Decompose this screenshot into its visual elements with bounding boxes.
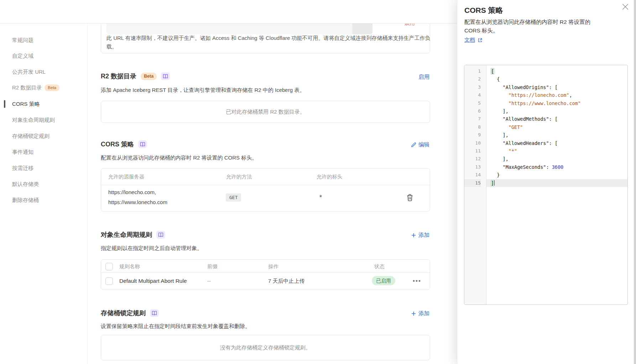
code-line: "https://www.lonecho.com" bbox=[486, 99, 627, 107]
cors-description: 配置在从浏览器访问此存储桶的内容时 R2 将设置的 CORS 标头。 bbox=[101, 155, 257, 161]
docs-book-icon[interactable] bbox=[156, 231, 165, 239]
lifecycle-title-text: 对象生命周期规则 bbox=[101, 230, 152, 239]
code-line: "MaxAgeSeconds": 3600 bbox=[486, 163, 627, 171]
text-cursor bbox=[494, 180, 495, 186]
add-bucket-lock-rule-link[interactable]: 添加 bbox=[411, 310, 429, 317]
line-number: 14 bbox=[475, 171, 481, 179]
code-line: ], bbox=[486, 131, 627, 139]
panel-description: 配置在从浏览器访问此存储桶的内容时 R2 将设置的 CORS 标头。 bbox=[464, 18, 595, 35]
lifecycle-col-status: 状态 bbox=[374, 263, 385, 270]
line-number: 6 bbox=[478, 107, 481, 115]
enable-data-catalog-link[interactable]: 启用 bbox=[418, 73, 429, 81]
sidebar-item-9[interactable]: 按需迁移 bbox=[12, 164, 33, 172]
allowed-origin: https://lonecho.com, bbox=[108, 189, 156, 195]
sidebar-item-label: 按需迁移 bbox=[12, 164, 33, 172]
line-number: 13 bbox=[475, 163, 481, 171]
line-number: 8 bbox=[478, 123, 481, 131]
add-lifecycle-rule-link[interactable]: 添加 bbox=[411, 232, 429, 239]
sidebar-item-8[interactable]: 事件通知 bbox=[12, 148, 33, 156]
bucket-lock-section-title: 存储桶锁定规则 bbox=[101, 309, 159, 317]
lifecycle-table-card: 规则名称 前缀 操作 状态 Default Multipart Abort Ru… bbox=[101, 259, 430, 290]
cors-col-methods: 允许的方法 bbox=[226, 173, 252, 180]
docs-book-icon[interactable] bbox=[138, 140, 147, 148]
line-number: 9 bbox=[478, 131, 481, 139]
lifecycle-section-title: 对象生命周期规则 bbox=[101, 230, 165, 239]
sidebar-divider bbox=[87, 24, 88, 364]
pencil-icon bbox=[411, 142, 416, 147]
lifecycle-description: 指定规则以在指定时间之后自动管理对象。 bbox=[101, 245, 202, 252]
cors-json-editor[interactable]: 123456789101112131415 [ { "AllowedOrigin… bbox=[464, 65, 628, 305]
edit-label: 编辑 bbox=[418, 141, 429, 149]
lifecycle-col-name: 规则名称 bbox=[119, 263, 140, 270]
edit-cors-link[interactable]: 编辑 bbox=[411, 141, 429, 149]
trash-icon bbox=[406, 194, 413, 202]
sidebar-item-3[interactable]: 公共开发 URL bbox=[12, 68, 46, 76]
line-number: 7 bbox=[478, 115, 481, 123]
bucket-lock-empty-text: 没有为此存储桶定义存储桶锁定规则。 bbox=[101, 344, 430, 351]
sidebar-item-label: 默认存储类 bbox=[12, 180, 39, 188]
code-line: "AllowedMethods": [ bbox=[486, 115, 627, 123]
lifecycle-col-operation: 操作 bbox=[268, 263, 278, 270]
panel-doc-link[interactable]: 文档 bbox=[464, 37, 483, 43]
sidebar-item-2[interactable]: 自定义域 bbox=[12, 52, 33, 60]
sidebar-item-10[interactable]: 默认存储类 bbox=[12, 180, 39, 188]
sidebar-item-label: 公共开发 URL bbox=[12, 68, 46, 76]
data-catalog-empty-text: 已对此存储桶禁用 R2 数据目录。 bbox=[101, 109, 430, 115]
allowed-method-chip: GET bbox=[226, 193, 241, 202]
enable-label: 启用 bbox=[418, 73, 429, 81]
bucket-lock-empty-card: 没有为此存储桶定义存储桶锁定规则。 bbox=[101, 335, 430, 360]
code-line: ], bbox=[486, 107, 627, 115]
doc-link-label: 文档 bbox=[464, 37, 475, 43]
sidebar-item-5[interactable]: CORS 策略 bbox=[12, 100, 40, 108]
code-line: } bbox=[486, 171, 627, 179]
docs-book-icon[interactable] bbox=[161, 72, 170, 80]
sidebar-item-label: 对象生命周期规则 bbox=[12, 116, 55, 124]
sidebar-item-11[interactable]: 删除存储桶 bbox=[12, 196, 39, 204]
code-line: "AllowedHeaders": [ bbox=[486, 139, 627, 147]
panel-scrollbar[interactable] bbox=[634, 0, 636, 364]
line-number: 4 bbox=[478, 91, 481, 99]
cors-title-text: CORS 策略 bbox=[101, 140, 134, 149]
rule-status-badge: 已启用 bbox=[372, 276, 395, 285]
sidebar-item-6[interactable]: 对象生命周期规则 bbox=[12, 116, 55, 124]
sidebar-item-7[interactable]: 存储桶锁定规则 bbox=[12, 132, 49, 140]
lifecycle-col-prefix: 前缀 bbox=[207, 263, 218, 270]
sidebar-item-1[interactable]: 常规问题 bbox=[12, 36, 33, 44]
rule-operation: 7 天后中止上传 bbox=[268, 278, 305, 285]
line-number: 10 bbox=[475, 139, 481, 147]
editor-gutter: 123456789101112131415 bbox=[464, 65, 486, 305]
cors-col-headers: 允许的标头 bbox=[317, 173, 343, 180]
cors-policy-panel: CORS 策略 配置在从浏览器访问此存储桶的内容时 R2 将设置的 CORS 标… bbox=[457, 0, 636, 364]
bucket-lock-description: 设置保留策略来阻止在指定时间段结束前发生对象覆盖和删除。 bbox=[101, 323, 250, 330]
docs-book-icon[interactable] bbox=[150, 309, 159, 317]
code-line: ] bbox=[486, 179, 627, 187]
allowed-header-value: * bbox=[319, 194, 322, 201]
line-number: 15 bbox=[464, 179, 481, 187]
sidebar-item-label: 存储桶锁定规则 bbox=[12, 132, 49, 140]
line-number: 12 bbox=[475, 155, 481, 163]
data-catalog-title: R2 数据目录 Beta bbox=[101, 72, 170, 80]
sidebar-item-label: R2 数据目录 bbox=[12, 84, 42, 92]
line-number: 2 bbox=[478, 75, 481, 83]
line-number: 3 bbox=[478, 83, 481, 91]
code-line: { bbox=[486, 75, 627, 83]
sidebar-item-label: 自定义域 bbox=[12, 52, 33, 60]
bucket-lock-title-text: 存储桶锁定规则 bbox=[101, 309, 146, 317]
sidebar-item-label: CORS 策略 bbox=[12, 100, 40, 108]
data-catalog-empty-card: 已对此存储桶禁用 R2 数据目录。 bbox=[101, 101, 430, 123]
dev-url-note: 此 URL 有速率限制，不建议用于生产。诸如 Access 和 Caching … bbox=[106, 34, 431, 51]
data-catalog-title-text: R2 数据目录 bbox=[101, 72, 136, 80]
editor-code-area[interactable]: [ { "AllowedOrigins": [ "https://lonecho… bbox=[464, 65, 627, 305]
rule-prefix: -- bbox=[207, 278, 211, 284]
external-link-icon bbox=[478, 38, 483, 43]
delete-rule-button[interactable] bbox=[406, 194, 413, 202]
line-number: 1 bbox=[478, 67, 481, 75]
row-checkbox[interactable] bbox=[105, 277, 113, 285]
row-menu-button[interactable]: ••• bbox=[413, 277, 421, 285]
sidebar-beta-badge: Beta bbox=[45, 84, 59, 91]
cors-section-title: CORS 策略 bbox=[101, 140, 147, 149]
sidebar-item-4[interactable]: R2 数据目录Beta bbox=[12, 84, 59, 92]
close-panel-button[interactable] bbox=[621, 2, 630, 11]
select-all-checkbox[interactable] bbox=[105, 263, 113, 270]
line-number: 11 bbox=[475, 147, 481, 155]
